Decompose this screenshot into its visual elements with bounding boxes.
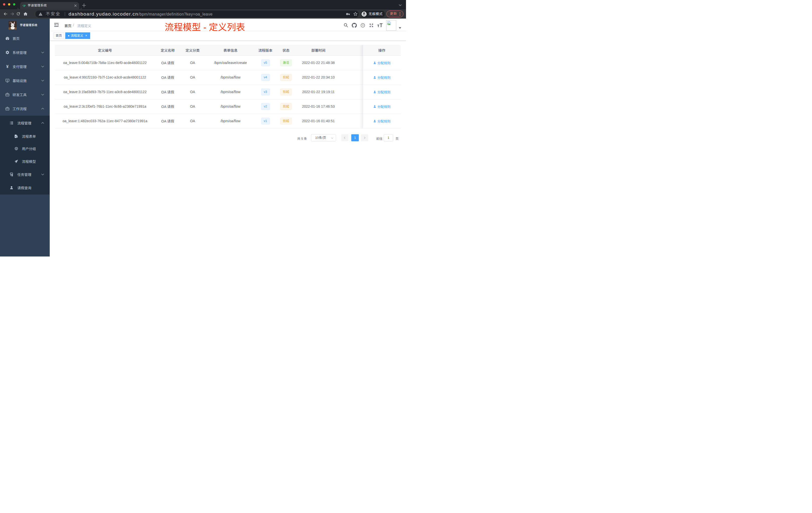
svg-text:?: ? (362, 24, 364, 27)
